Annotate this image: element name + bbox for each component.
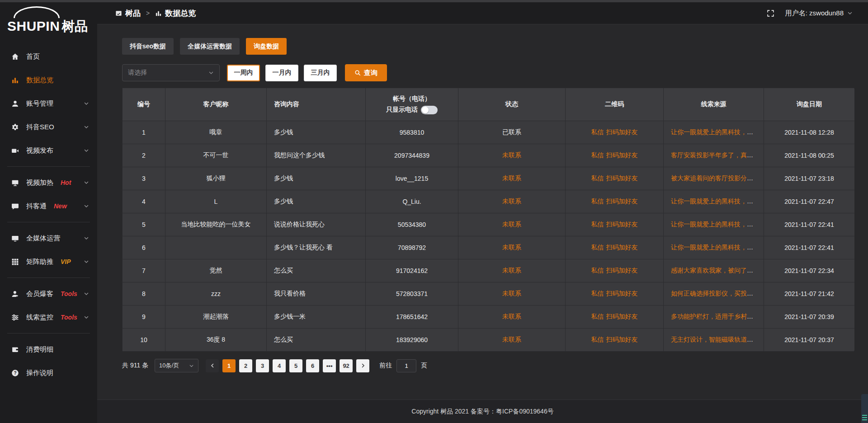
sidebar-item-member-burst[interactable]: 会员爆客Tools xyxy=(0,282,97,306)
video-camera-icon xyxy=(11,146,19,155)
sidebar-item-media-operation[interactable]: 全媒体运营 xyxy=(0,226,97,250)
cell-account: 183929060 xyxy=(366,329,458,352)
total-count-label: 共 911 条 xyxy=(122,362,148,370)
sidebar-item-video-heat[interactable]: 视频加热Hot xyxy=(0,171,97,194)
range-button-2[interactable]: 三月内 xyxy=(304,65,337,81)
qr-action-link[interactable]: 私信 xyxy=(591,336,604,343)
qr-action-link[interactable]: 扫码加好友 xyxy=(606,336,638,343)
floating-widget[interactable] xyxy=(861,394,868,423)
page-more-button[interactable]: ••• xyxy=(323,359,336,372)
source-link[interactable]: 让你一眼就爱上的黑科技，能... xyxy=(671,197,759,205)
table-row: 6多少钱？让我死心 看70898792未联系私信扫码加好友让你一眼就爱上的黑科技… xyxy=(123,236,855,259)
sidebar-item-account-manage[interactable]: 账号管理 xyxy=(0,92,97,115)
sidebar-item-consume-detail[interactable]: 消费明细 xyxy=(0,338,97,361)
goto-page-input[interactable] xyxy=(396,359,416,372)
source-link[interactable]: 无主灯设计，智能磁吸轨道灯... xyxy=(671,336,759,343)
page-size-select[interactable]: 10条/页 xyxy=(155,359,198,372)
qr-action-link[interactable]: 扫码加好友 xyxy=(606,174,638,182)
cell-nickname: 潮起潮落 xyxy=(165,306,267,329)
qr-action-link[interactable]: 私信 xyxy=(591,128,604,136)
user-menu[interactable]: 用户名: zswodun88 xyxy=(785,9,853,18)
qr-action-link[interactable]: 私信 xyxy=(591,290,604,297)
source-link[interactable]: 多功能护栏灯，适用于乡村文... xyxy=(671,313,759,320)
breadcrumb-item[interactable]: 树品 xyxy=(115,8,141,19)
source-link[interactable]: 被大家追着问的客厅投影分享... xyxy=(671,174,759,182)
qr-action-link[interactable]: 扫码加好友 xyxy=(606,267,638,274)
tab-media-operation-data[interactable]: 全媒体运营数据 xyxy=(180,38,240,55)
cell-qrcode: 私信扫码加好友 xyxy=(566,190,664,213)
cell-date: 2021-11-07 21:42 xyxy=(764,282,855,306)
cell-account: 50534380 xyxy=(366,213,458,236)
table-header-row: 编号客户昵称咨询内容帐号（电话）只显示电话状态二维码线索来源询盘日期 xyxy=(123,88,855,121)
sidebar-item-operation-guide[interactable]: ?操作说明 xyxy=(0,361,97,385)
qr-action-link[interactable]: 扫码加好友 xyxy=(606,244,638,251)
sidebar-item-data-overview[interactable]: 数据总览 xyxy=(0,68,97,92)
qr-action-link[interactable]: 私信 xyxy=(591,151,604,159)
source-link[interactable]: 让你一眼就爱上的黑科技，能... xyxy=(671,128,759,136)
cell-source: 让你一眼就爱上的黑科技，能... xyxy=(664,236,764,259)
page-button-1[interactable]: 1 xyxy=(222,359,236,372)
source-link[interactable]: 客厅安装投影半年多了，真实... xyxy=(671,151,759,159)
goto-page: 前往 页 xyxy=(379,359,427,372)
qr-action-link[interactable]: 扫码加好友 xyxy=(606,128,638,136)
breadcrumb-separator: > xyxy=(146,9,150,17)
cell-serial: 9 xyxy=(123,306,165,329)
page-button-2[interactable]: 2 xyxy=(239,359,252,372)
next-page-button[interactable] xyxy=(356,359,369,372)
topbar: 树品>数据总览 用户名: zswodun88 xyxy=(97,2,868,24)
chevron-down-icon xyxy=(84,101,89,106)
prev-page-button[interactable] xyxy=(206,359,219,372)
inquiry-table: 编号客户昵称咨询内容帐号（电话）只显示电话状态二维码线索来源询盘日期 1哦章多少… xyxy=(122,88,854,352)
page-button-3[interactable]: 3 xyxy=(256,359,269,372)
qr-action-link[interactable]: 私信 xyxy=(591,244,604,251)
qr-action-link[interactable]: 扫码加好友 xyxy=(606,151,638,159)
page-button-5[interactable]: 5 xyxy=(289,359,302,372)
sidebar-item-doukertong[interactable]: 抖客通New xyxy=(0,194,97,218)
search-icon xyxy=(354,70,361,76)
qr-action-link[interactable]: 私信 xyxy=(591,267,604,274)
qr-action-link[interactable]: 扫码加好友 xyxy=(606,313,638,320)
sidebar-item-home[interactable]: 首页 xyxy=(0,45,97,68)
page-button-4[interactable]: 4 xyxy=(273,359,286,372)
qr-action-link[interactable]: 私信 xyxy=(591,197,604,205)
qr-action-link[interactable]: 扫码加好友 xyxy=(606,197,638,205)
sidebar-item-matrix-boost[interactable]: 矩阵助推VIP xyxy=(0,250,97,273)
breadcrumb-label: 树品 xyxy=(125,8,141,19)
source-link[interactable]: 如何正确选择投影仪，买投影... xyxy=(671,290,759,297)
wallet-icon xyxy=(11,345,19,353)
source-link[interactable]: 感谢大家喜欢我家，被问了好... xyxy=(671,267,759,274)
page-button-6[interactable]: 6 xyxy=(306,359,319,372)
qr-action-link[interactable]: 扫码加好友 xyxy=(606,221,638,228)
app-logo: SHUPIN树品 xyxy=(0,2,97,39)
table-row: 2不可一世我想问这个多少钱2097344839未联系私信扫码加好友客厅安装投影半… xyxy=(123,144,855,167)
breadcrumb-item[interactable]: 数据总览 xyxy=(155,8,196,19)
range-button-1[interactable]: 一月内 xyxy=(265,65,298,81)
sidebar-item-badge: New xyxy=(54,202,67,210)
sidebar-item-badge: Tools xyxy=(61,290,77,297)
account-select[interactable]: 请选择 xyxy=(122,64,220,81)
tab-douyin-seo-data[interactable]: 抖音seo数据 xyxy=(122,38,174,55)
logo-text-en: SHUPIN xyxy=(7,19,60,33)
cell-content: 多少钱 xyxy=(267,190,366,213)
search-button[interactable]: 查询 xyxy=(345,64,387,81)
sidebar-item-clue-monitor[interactable]: 线索监控Tools xyxy=(0,306,97,329)
table-row: 1哦章多少钱9583810已联系私信扫码加好友让你一眼就爱上的黑科技，能...2… xyxy=(123,121,855,144)
tab-inquiry-data[interactable]: 询盘数据 xyxy=(246,38,287,55)
sidebar-item-video-publish[interactable]: 视频发布 xyxy=(0,139,97,162)
sidebar-divider xyxy=(7,166,90,167)
source-link[interactable]: 让你一眼就爱上的黑科技，能... xyxy=(671,244,759,251)
qr-action-link[interactable]: 私信 xyxy=(591,174,604,182)
qr-action-link[interactable]: 私信 xyxy=(591,313,604,320)
cell-account: 572803371 xyxy=(366,282,458,306)
page-button-92[interactable]: 92 xyxy=(340,359,353,372)
source-link[interactable]: 让你一眼就爱上的黑科技，能... xyxy=(671,221,759,228)
sidebar-item-douyin-seo[interactable]: 抖音SEO xyxy=(0,115,97,139)
search-button-label: 查询 xyxy=(364,69,377,77)
range-button-0[interactable]: 一周内 xyxy=(227,65,260,81)
qr-action-link[interactable]: 私信 xyxy=(591,221,604,228)
cell-account: 70898792 xyxy=(366,236,458,259)
fullscreen-icon[interactable] xyxy=(767,9,774,17)
qr-action-link[interactable]: 扫码加好友 xyxy=(606,290,638,297)
cell-status: 未联系 xyxy=(458,259,566,282)
phone-only-toggle[interactable] xyxy=(421,106,438,114)
